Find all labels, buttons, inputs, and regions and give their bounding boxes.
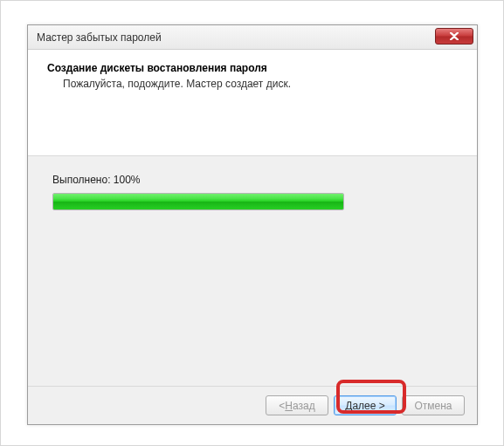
cancel-button: Отмена [402, 395, 465, 415]
close-icon [450, 32, 459, 40]
back-button-prefix: < [279, 400, 285, 412]
wizard-content: Выполнено: 100% [28, 156, 477, 386]
titlebar: Мастер забытых паролей [28, 25, 477, 50]
progress-percent: 100% [114, 174, 141, 186]
wizard-heading: Создание дискеты востановления пароля [47, 62, 458, 74]
wizard-header: Создание дискеты востановления пароля По… [28, 50, 477, 156]
next-button[interactable]: Далее > [334, 395, 397, 415]
back-button-hotkey: Н [285, 400, 293, 412]
cancel-button-label: Отмена [414, 400, 452, 412]
back-button-rest: азад [293, 400, 315, 412]
back-button: < Назад [266, 395, 328, 415]
wizard-window: Мастер забытых паролей Создание дискеты … [27, 24, 478, 425]
progress-fill [53, 194, 343, 209]
close-button[interactable] [435, 28, 473, 45]
progress-label-prefix: Выполнено: [52, 174, 114, 186]
wizard-subheading: Пожалуйста, подождите. Мастер создает ди… [47, 78, 458, 90]
progress-bar [52, 193, 344, 210]
screenshot-canvas: Мастер забытых паролей Создание дискеты … [0, 0, 504, 446]
next-button-hotkey: Д [345, 400, 352, 412]
wizard-footer: < Назад Далее > Отмена [28, 386, 477, 424]
progress-label: Выполнено: 100% [52, 174, 452, 186]
next-button-rest: алее > [352, 400, 384, 412]
window-title: Мастер забытых паролей [37, 31, 162, 44]
